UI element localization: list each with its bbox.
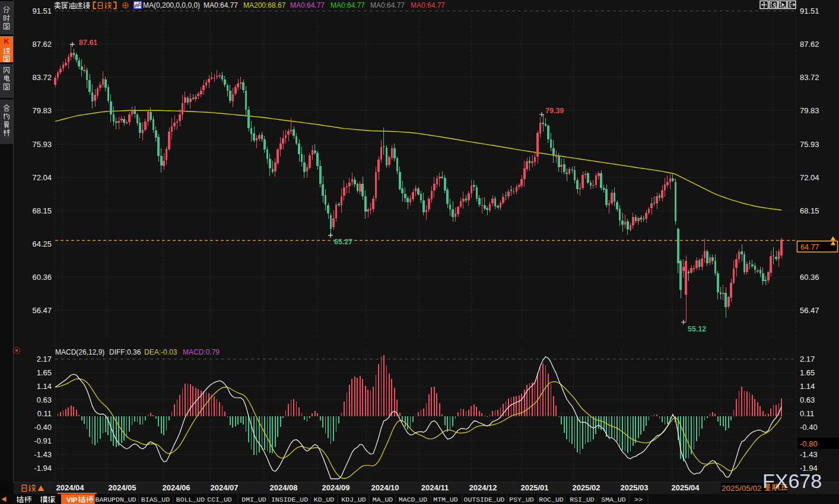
svg-text:60.36: 60.36	[800, 273, 819, 282]
svg-text:91.51: 91.51	[32, 7, 52, 15]
svg-text:DMI_UD: DMI_UD	[241, 496, 266, 503]
svg-text:BOLL_UD: BOLL_UD	[176, 496, 205, 503]
svg-text:-1.43: -1.43	[800, 450, 818, 459]
svg-text:0.11: 0.11	[37, 409, 52, 418]
svg-text:OUTSIDE_UD: OUTSIDE_UD	[463, 496, 504, 503]
svg-text:-0.40: -0.40	[34, 423, 52, 432]
svg-text:2024/05: 2024/05	[109, 483, 136, 492]
svg-text:>>: >>	[634, 496, 643, 503]
svg-text:2024/06: 2024/06	[163, 483, 190, 492]
svg-text:MA(0,200,0,0,0,0): MA(0,200,0,0,0,0)	[143, 1, 200, 9]
svg-text:1.14: 1.14	[37, 382, 52, 391]
svg-text:64.77: 64.77	[800, 243, 819, 251]
svg-text:87.62: 87.62	[32, 40, 52, 49]
svg-text:CCI_UD: CCI_UD	[207, 496, 232, 503]
svg-text:72.04: 72.04	[800, 173, 819, 182]
svg-text:MA0:64.77: MA0:64.77	[370, 1, 405, 9]
svg-text:79.83: 79.83	[32, 106, 52, 115]
svg-text:FX678: FX678	[762, 470, 822, 492]
svg-text:MA0:64.77: MA0:64.77	[290, 1, 325, 9]
svg-text:87.61: 87.61	[79, 39, 97, 47]
svg-text:-1.94: -1.94	[34, 464, 52, 473]
svg-text:83.72: 83.72	[800, 73, 819, 82]
svg-text:BARUPDN_UD: BARUPDN_UD	[95, 496, 136, 503]
svg-text:75.93: 75.93	[32, 140, 52, 149]
svg-text:ROC_UD: ROC_UD	[539, 496, 564, 503]
svg-text:0.11: 0.11	[800, 409, 814, 418]
svg-text:2024/04: 2024/04	[56, 483, 85, 492]
svg-text:83.72: 83.72	[32, 73, 52, 82]
svg-text:2025/05/02: 2025/05/02	[722, 484, 762, 493]
svg-text:2024/12: 2024/12	[469, 483, 497, 492]
svg-text:2025/03: 2025/03	[621, 483, 649, 492]
svg-text:2024/09: 2024/09	[322, 483, 350, 492]
svg-text:1.65: 1.65	[800, 368, 815, 377]
svg-text:0.63: 0.63	[800, 395, 815, 404]
svg-text:65.27: 65.27	[334, 238, 352, 246]
svg-text:MA200:68.67: MA200:68.67	[243, 1, 286, 9]
svg-text:-0.91: -0.91	[34, 436, 52, 445]
svg-text:MA0:64.77: MA0:64.77	[411, 1, 445, 9]
svg-text:2024/08: 2024/08	[270, 483, 298, 492]
svg-text:MACD:0.79: MACD:0.79	[183, 348, 220, 356]
svg-text:87.62: 87.62	[800, 40, 819, 49]
svg-text:1.65: 1.65	[37, 368, 52, 377]
svg-text:64.25: 64.25	[32, 240, 52, 248]
svg-text:BIAS_UD: BIAS_UD	[141, 496, 170, 503]
svg-text:KDJ_UD: KDJ_UD	[341, 496, 366, 503]
svg-text:RSI_UD: RSI_UD	[570, 496, 595, 503]
svg-text:SMA_UD: SMA_UD	[601, 496, 626, 503]
svg-text:MA_UD: MA_UD	[373, 496, 393, 503]
svg-text:MACD_UD: MACD_UD	[399, 496, 427, 503]
svg-text:MTM_UD: MTM_UD	[433, 496, 458, 503]
svg-text:2.17: 2.17	[800, 355, 815, 363]
svg-text:MACD(26,12,9): MACD(26,12,9)	[55, 348, 104, 356]
svg-text:KD_UD: KD_UD	[314, 496, 335, 503]
svg-text:2024/07: 2024/07	[211, 483, 239, 492]
svg-text:56.47: 56.47	[32, 306, 52, 315]
svg-text:2025/01: 2025/01	[521, 483, 549, 492]
svg-text:2025/02: 2025/02	[573, 483, 600, 492]
svg-text:79.83: 79.83	[800, 106, 819, 115]
svg-text:2024/10: 2024/10	[371, 483, 399, 492]
svg-text:75.93: 75.93	[800, 140, 819, 149]
svg-text:VIP: VIP	[66, 496, 78, 503]
svg-text:68.15: 68.15	[32, 206, 52, 215]
svg-text:72.04: 72.04	[32, 173, 52, 182]
svg-text:DIFF:0.36: DIFF:0.36	[109, 348, 141, 356]
svg-text:MA0:64.77: MA0:64.77	[204, 1, 238, 9]
svg-text:68.15: 68.15	[800, 206, 819, 215]
svg-text:2.17: 2.17	[37, 355, 52, 363]
svg-text:55.12: 55.12	[688, 325, 706, 333]
svg-text:79.39: 79.39	[545, 107, 564, 115]
svg-text:2025/04: 2025/04	[672, 483, 700, 492]
svg-text:MA0:64.77: MA0:64.77	[330, 1, 365, 9]
svg-text:0.63: 0.63	[37, 395, 52, 404]
svg-text:91.51: 91.51	[800, 7, 819, 15]
svg-text:INSIDE_UD: INSIDE_UD	[271, 496, 308, 503]
svg-text:2024/11: 2024/11	[421, 483, 449, 492]
svg-text:56.47: 56.47	[800, 306, 819, 315]
svg-text:-0.80: -0.80	[800, 439, 818, 448]
svg-text:PSY_UD: PSY_UD	[509, 496, 534, 503]
svg-text:DEA:-0.03: DEA:-0.03	[144, 348, 177, 356]
svg-text:60.36: 60.36	[32, 273, 52, 282]
svg-text:K: K	[4, 37, 9, 46]
svg-text:-1.43: -1.43	[34, 450, 52, 459]
svg-text:1.14: 1.14	[800, 382, 815, 391]
svg-text:-0.40: -0.40	[800, 423, 818, 432]
